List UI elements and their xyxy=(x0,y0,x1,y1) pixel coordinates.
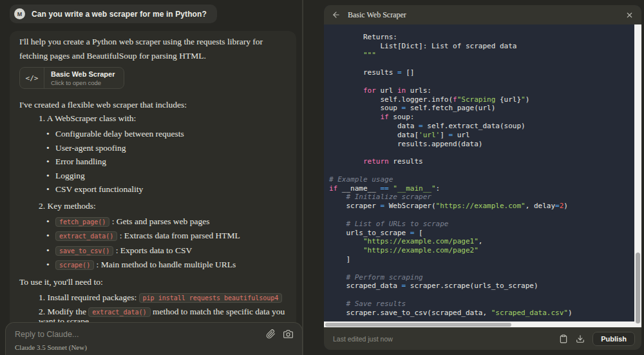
artifact-card-subtitle: Click to open code xyxy=(51,79,115,86)
assistant-created-line: I've created a flexible web scraper that… xyxy=(19,98,287,111)
copy-icon[interactable] xyxy=(559,334,568,343)
code-line: soup = self.fetch_page(url) xyxy=(329,104,632,113)
code-line: scraper = WebScraper("https://example.co… xyxy=(329,202,632,211)
pane-divider xyxy=(302,0,303,355)
back-icon[interactable] xyxy=(332,10,341,19)
list-item: Key methods: fetch_page() : Gets and par… xyxy=(39,199,287,271)
code-viewer: Returns: List[Dict]: List of scraped dat… xyxy=(324,24,641,327)
code-line: "https://example.com/page1", xyxy=(329,237,632,246)
artifact-card[interactable]: </> Basic Web Scraper Click to open code xyxy=(19,67,124,89)
assistant-message: I'll help you create a Python web scrape… xyxy=(10,31,296,355)
code-line: Returns: xyxy=(329,33,632,42)
inline-code: save_to_csv() xyxy=(55,246,113,256)
artifact-panel: Basic Web Scraper Returns: List[Dict]: L… xyxy=(324,5,641,350)
code-line: for url in urls: xyxy=(329,86,632,95)
code-line xyxy=(329,148,632,157)
horizontal-scrollbar-thumb[interactable] xyxy=(325,323,511,327)
list-item: Error handling xyxy=(55,157,287,166)
code-line xyxy=(329,264,632,273)
code-line: scraper.save_to_csv(scraped_data, "scrap… xyxy=(329,309,632,318)
code-line: results.append(data) xyxy=(329,140,632,149)
code-line: if soup: xyxy=(329,113,632,122)
reply-input-box[interactable]: Claude 3.5 Sonnet (New) xyxy=(5,322,303,355)
inline-code: scrape() xyxy=(55,260,94,270)
list-item: Install required packages: pip install r… xyxy=(39,293,287,303)
code-line xyxy=(329,59,632,68)
usage-intro: To use it, you'll need to: xyxy=(19,275,287,289)
artifact-card-meta: Basic Web Scraper Click to open code xyxy=(44,68,124,88)
inline-code: extract_data() xyxy=(55,231,117,241)
vertical-scrollbar-thumb[interactable] xyxy=(636,253,640,323)
feature-bullets: Configurable delay between requestsUser-… xyxy=(39,130,287,194)
code-line: return results xyxy=(329,157,632,166)
code-line: data = self.extract_data(soup) xyxy=(329,122,632,131)
list-item: Configurable delay between requests xyxy=(55,130,287,139)
methods-heading: Key methods: xyxy=(48,201,96,211)
code-line: self.logger.info(f"Scraping {url}") xyxy=(329,95,632,104)
code-line: # List of URLs to scrape xyxy=(329,220,632,229)
artifact-title: Basic Web Scraper xyxy=(348,10,406,20)
code-line xyxy=(329,166,632,175)
artifact-panel-header: Basic Web Scraper xyxy=(324,5,641,24)
publish-button[interactable]: Publish xyxy=(592,332,635,346)
horizontal-scrollbar[interactable] xyxy=(324,321,634,327)
code-line: data['url'] = url xyxy=(329,131,632,140)
list-item: Logging xyxy=(55,171,287,180)
list-item: fetch_page() : Gets and parses web pages xyxy=(55,217,287,227)
code-line: # Perform scraping xyxy=(329,273,632,282)
code-line: # Example usage xyxy=(329,175,632,184)
vertical-scrollbar[interactable] xyxy=(634,24,641,327)
code-line: # Save results xyxy=(329,300,632,309)
code-line: urls_to_scrape = [ xyxy=(329,229,632,238)
screenshot-icon[interactable] xyxy=(283,329,293,339)
code-line: # Initialize scraper xyxy=(329,193,632,202)
list-item: A WebScraper class with: Configurable de… xyxy=(39,111,287,194)
list-item: User-agent spoofing xyxy=(55,144,287,153)
user-avatar: M xyxy=(14,8,25,19)
list-item: save_to_csv() : Exports data to CSV xyxy=(55,246,287,256)
code-line xyxy=(329,77,632,86)
close-icon[interactable] xyxy=(625,11,634,19)
code-content: Returns: List[Dict]: List of scraped dat… xyxy=(329,33,632,318)
user-message-bubble: M Can you write a web scraper for me in … xyxy=(10,5,217,23)
list-item: CSV export functionality xyxy=(55,185,287,194)
model-selector[interactable]: Claude 3.5 Sonnet (New) xyxy=(15,343,87,351)
code-line: List[Dict]: List of scraped data xyxy=(329,42,632,51)
code-line: ] xyxy=(329,255,632,264)
code-line: """ xyxy=(329,51,632,60)
attach-icon[interactable] xyxy=(266,329,276,339)
code-icon: </> xyxy=(20,68,44,88)
list-item: scrape() : Main method to handle multipl… xyxy=(55,260,287,270)
chat-pane: M Can you write a web scraper for me in … xyxy=(0,0,303,355)
last-edited-status: Last edited just now xyxy=(333,335,393,343)
assistant-intro: I'll help you create a Python web scrape… xyxy=(19,35,287,63)
code-line: results = [] xyxy=(329,68,632,77)
feature-list: A WebScraper class with: Configurable de… xyxy=(19,111,287,270)
feature-heading: A WebScraper class with: xyxy=(47,113,137,123)
code-line xyxy=(329,211,632,220)
inline-code: pip install requests beautifulsoup4 xyxy=(139,293,283,303)
artifact-panel-footer: Last edited just now Publish xyxy=(324,327,641,350)
inline-code: extract_data() xyxy=(88,307,150,317)
method-bullets: fetch_page() : Gets and parses web pages… xyxy=(39,217,287,271)
inline-code: fetch_page() xyxy=(55,217,109,227)
code-line: if __name__ == "__main__": xyxy=(329,184,632,193)
reply-input[interactable] xyxy=(15,330,266,339)
code-line xyxy=(329,291,632,300)
code-line: "https://example.com/page2" xyxy=(329,246,632,255)
list-item: extract_data() : Extracts data from pars… xyxy=(55,231,287,241)
code-line: scraped_data = scraper.scrape(urls_to_sc… xyxy=(329,282,632,291)
download-icon[interactable] xyxy=(576,334,585,343)
artifact-card-title: Basic Web Scraper xyxy=(51,70,115,78)
user-message-text: Can you write a web scraper for me in Py… xyxy=(32,10,207,19)
